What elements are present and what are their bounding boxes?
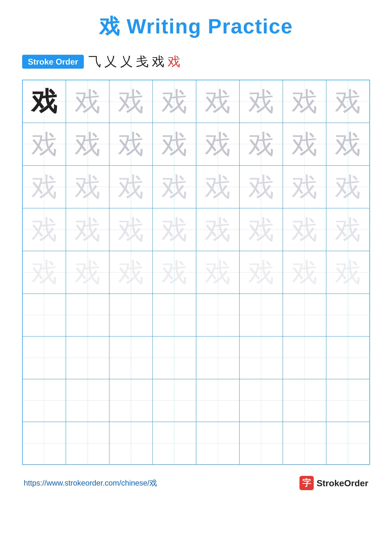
stroke-order-badge: Stroke Order (22, 55, 84, 69)
grid-cell[interactable]: 戏 (66, 166, 109, 208)
grid-cell-empty[interactable] (22, 422, 66, 465)
stroke-order-chars: ⺄ 乂 乂 戋 戏 戏 (89, 53, 180, 70)
grid-cell[interactable]: 戏 (22, 208, 66, 251)
grid-cell-empty[interactable] (326, 422, 370, 465)
practice-char: 戏 (74, 88, 100, 115)
practice-char: 戏 (205, 88, 231, 115)
grid-cell[interactable]: 戏 (283, 80, 326, 123)
grid-cell-empty[interactable] (66, 294, 109, 336)
practice-char: 戏 (161, 217, 187, 243)
grid-cell-empty[interactable] (109, 422, 153, 465)
grid-cell[interactable]: 戏 (109, 80, 153, 123)
logo-text: StrokeOrder (317, 478, 368, 488)
grid-cell-empty[interactable] (153, 336, 196, 379)
grid-cell-empty[interactable] (196, 422, 239, 465)
practice-char: 戏 (335, 217, 361, 243)
grid-cell[interactable]: 戏 (326, 208, 370, 251)
grid-cell-empty[interactable] (196, 379, 239, 422)
grid-cell-empty[interactable] (283, 294, 326, 336)
grid-cell[interactable]: 戏 (153, 208, 196, 251)
grid-cell-empty[interactable] (22, 379, 66, 422)
footer-logo: 字 StrokeOrder (299, 476, 368, 490)
practice-char: 戏 (161, 174, 187, 200)
grid-cell[interactable]: 戏 (196, 208, 239, 251)
grid-cell[interactable]: 戏 (196, 123, 239, 166)
practice-char: 戏 (118, 131, 144, 157)
grid-cell-empty[interactable] (283, 379, 326, 422)
grid-cell-empty[interactable] (153, 379, 196, 422)
grid-cell-empty[interactable] (326, 336, 370, 379)
practice-char: 戏 (292, 131, 318, 157)
practice-char: 戏 (205, 174, 231, 200)
grid-cell[interactable]: 戏 (66, 123, 109, 166)
grid-cell[interactable]: 戏 (283, 123, 326, 166)
grid-cell[interactable]: 戏 (239, 166, 283, 208)
grid-cell[interactable]: 戏 (283, 251, 326, 294)
stroke-1: ⺄ (89, 53, 101, 70)
grid-cell[interactable]: 戏 (283, 166, 326, 208)
grid-cell[interactable]: 戏 (196, 166, 239, 208)
grid-cell[interactable]: 戏 (22, 166, 66, 208)
grid-cell-empty[interactable] (196, 294, 239, 336)
practice-char: 戏 (248, 259, 274, 285)
grid-cell[interactable]: 戏 (283, 208, 326, 251)
grid-cell[interactable]: 戏 (326, 80, 370, 123)
practice-char: 戏 (248, 217, 274, 243)
stroke-order-row: Stroke Order ⺄ 乂 乂 戋 戏 戏 (22, 53, 370, 70)
grid-cell-empty[interactable] (109, 379, 153, 422)
grid-cell-empty[interactable] (239, 422, 283, 465)
grid-cell-empty[interactable] (66, 336, 109, 379)
grid-cell-empty[interactable] (153, 422, 196, 465)
grid-cell[interactable]: 戏 (66, 80, 109, 123)
practice-char: 戏 (248, 174, 274, 200)
grid-cell[interactable]: 戏 (66, 251, 109, 294)
grid-cell[interactable]: 戏 (109, 251, 153, 294)
grid-cell-empty[interactable] (326, 379, 370, 422)
grid-cell-empty[interactable] (239, 294, 283, 336)
footer-url[interactable]: https://www.strokeorder.com/chinese/戏 (24, 478, 157, 488)
grid-cell[interactable]: 戏 (109, 166, 153, 208)
stroke-3: 乂 (120, 53, 133, 70)
grid-cell-empty[interactable] (239, 379, 283, 422)
grid-cell-empty[interactable] (283, 336, 326, 379)
grid-cell-empty[interactable] (196, 336, 239, 379)
grid-cell[interactable]: 戏 (326, 251, 370, 294)
grid-cell[interactable]: 戏 (239, 80, 283, 123)
grid-cell-empty[interactable] (66, 379, 109, 422)
grid-cell-empty[interactable] (283, 422, 326, 465)
grid-cell-empty[interactable] (66, 422, 109, 465)
practice-char: 戏 (118, 88, 144, 115)
practice-char: 戏 (335, 174, 361, 200)
practice-char: 戏 (118, 217, 144, 243)
grid-cell-empty[interactable] (109, 294, 153, 336)
grid-cell[interactable]: 戏 (109, 208, 153, 251)
grid-cell[interactable]: 戏 (66, 208, 109, 251)
title-char: 戏 (99, 15, 120, 38)
grid-cell-empty[interactable] (22, 294, 66, 336)
grid-cell-empty[interactable] (239, 336, 283, 379)
grid-cell[interactable]: 戏 (239, 251, 283, 294)
grid-cell[interactable]: 戏 (153, 123, 196, 166)
grid-cell[interactable]: 戏 (196, 80, 239, 123)
grid-cell[interactable]: 戏 (153, 251, 196, 294)
grid-cell[interactable]: 戏 (22, 251, 66, 294)
grid-cell[interactable]: 戏 (326, 123, 370, 166)
grid-cell[interactable]: 戏 (196, 251, 239, 294)
grid-cell[interactable]: 戏 (22, 123, 66, 166)
practice-char: 戏 (118, 174, 144, 200)
grid-cell[interactable]: 戏 (239, 208, 283, 251)
grid-cell[interactable]: 戏 (326, 166, 370, 208)
grid-cell[interactable]: 戏 (153, 166, 196, 208)
grid-cell-empty[interactable] (109, 336, 153, 379)
grid-cell-empty[interactable] (22, 336, 66, 379)
practice-char: 戏 (31, 259, 57, 285)
grid-cell-empty[interactable] (326, 294, 370, 336)
practice-char: 戏 (335, 131, 361, 157)
grid-cell[interactable]: 戏 (239, 123, 283, 166)
page: 戏 Writing Practice Stroke Order ⺄ 乂 乂 戋 … (0, 0, 392, 555)
practice-char: 戏 (31, 131, 57, 157)
grid-cell[interactable]: 戏 (153, 80, 196, 123)
grid-cell[interactable]: 戏 (22, 80, 66, 123)
grid-cell-empty[interactable] (153, 294, 196, 336)
grid-cell[interactable]: 戏 (109, 123, 153, 166)
